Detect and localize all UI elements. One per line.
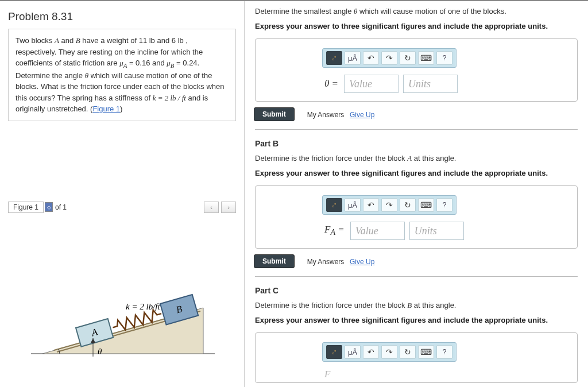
units-input[interactable]: Units [403, 75, 458, 93]
part-a-instruction: Express your answer to three significant… [255, 22, 578, 30]
variable-label: θ = [324, 78, 338, 90]
undo-button[interactable]: ↶ [363, 345, 379, 359]
redo-button[interactable]: ↷ [381, 198, 397, 212]
help-icon: ? [443, 54, 447, 62]
help-button[interactable]: ? [436, 51, 452, 65]
var-b: B [76, 36, 80, 45]
part-c-label: Part C [255, 286, 578, 295]
formatting-toolbar: ▫▫ μÅ ↶ ↷ ↻ ⌨ ? [322, 48, 457, 68]
reset-button[interactable]: ↻ [400, 51, 416, 65]
text: Determine is the friction force under th… [255, 154, 407, 162]
symbols-button[interactable]: μÅ [345, 345, 361, 359]
keyboard-button[interactable]: ⌨ [418, 51, 434, 65]
redo-icon: ↷ [386, 200, 393, 210]
my-answers-link[interactable]: My Answers [307, 111, 345, 119]
redo-button[interactable]: ↷ [381, 345, 397, 359]
text: have a weight of 11 [80, 36, 149, 45]
templates-icon: ▫▫ [332, 201, 336, 210]
value-input[interactable]: Value [344, 75, 399, 93]
figure-stepper[interactable]: ◇ [45, 202, 53, 212]
submit-button[interactable]: Submit [254, 254, 295, 268]
problem-statement: Two blocks A and B have a weight of 11 l… [8, 29, 236, 121]
figure-count: of 1 [55, 203, 67, 211]
redo-icon: ↷ [386, 53, 393, 63]
give-up-link[interactable]: Give Up [350, 111, 374, 119]
keyboard-button[interactable]: ⌨ [418, 345, 434, 359]
undo-button[interactable]: ↶ [363, 51, 379, 65]
keyboard-icon: ⌨ [420, 200, 432, 210]
undo-icon: ↶ [368, 347, 374, 357]
part-b-answer-box: ▫▫ μÅ ↶ ↷ ↻ ⌨ ? FA = Value Units [255, 185, 578, 249]
next-figure-button[interactable]: › [221, 202, 236, 213]
variable-label: FA = [324, 224, 345, 237]
var-a: A [55, 36, 59, 45]
reset-button[interactable]: ↻ [400, 345, 416, 359]
part-c-instruction: Express your answer to three significant… [255, 316, 578, 324]
part-a-question: Determine the smallest angle θ which wil… [255, 7, 578, 16]
symbols-button[interactable]: μÅ [345, 51, 361, 65]
part-c-answer-box: ▫▫ μÅ ↶ ↷ ↻ ⌨ ? F [255, 332, 578, 383]
templates-icon: ▫▫ [332, 54, 336, 63]
text: and [59, 36, 76, 45]
keyboard-icon: ⌨ [420, 53, 432, 63]
submit-row: Submit My Answers Give Up [254, 107, 578, 121]
right-panel: Determine the smallest angle θ which wil… [244, 1, 588, 387]
keyboard-button[interactable]: ⌨ [418, 198, 434, 212]
divider [255, 276, 578, 277]
keyboard-icon: ⌨ [420, 347, 432, 357]
reset-button[interactable]: ↻ [400, 198, 416, 212]
reset-icon: ↻ [404, 347, 411, 357]
text: = 0.16 and [127, 59, 167, 67]
figure-pager: ‹ › [204, 202, 236, 213]
help-button[interactable]: ? [436, 198, 452, 212]
give-up-link[interactable]: Give Up [350, 258, 374, 266]
text: which will cause motion of one of the bl… [357, 7, 506, 16]
spring-label: k = 2 lb/ft [126, 302, 161, 311]
symbols-button[interactable]: μÅ [345, 198, 361, 212]
figure-link[interactable]: Figure 1 [92, 105, 120, 113]
input-row: θ = Value Units [324, 75, 567, 93]
templates-button[interactable]: ▫▫ [326, 51, 342, 65]
help-icon: ? [443, 348, 447, 356]
value-input[interactable]: Value [350, 222, 405, 240]
undo-button[interactable]: ↶ [363, 198, 379, 212]
divider [255, 129, 578, 130]
k-expr: k = 2 lb / ft [153, 94, 186, 102]
text: Two blocks [16, 36, 55, 45]
prev-figure-button[interactable]: ‹ [204, 202, 219, 213]
var-b: B [407, 301, 412, 309]
problem-title: Problem 8.31 [8, 7, 236, 29]
part-a-answer-box: ▫▫ μÅ ↶ ↷ ↻ ⌨ ? θ = Value Units [255, 38, 578, 102]
formatting-toolbar: ▫▫ μÅ ↶ ↷ ↻ ⌨ ? [322, 195, 457, 215]
part-b-instruction: Express your answer to three significant… [255, 169, 578, 177]
input-row: FA = Value Units [324, 222, 567, 240]
help-icon: ? [443, 201, 447, 209]
redo-button[interactable]: ↷ [381, 51, 397, 65]
part-b-label: Part B [255, 139, 578, 148]
text: at this angle. [412, 301, 456, 309]
part-b-question: Determine is the friction force under th… [255, 154, 578, 163]
templates-button[interactable]: ▫▫ [326, 198, 342, 212]
text: ) [120, 105, 122, 113]
templates-button[interactable]: ▫▫ [326, 345, 342, 359]
text: Determine is the friction force under th… [255, 301, 407, 309]
text: Determine the smallest angle [255, 7, 354, 16]
undo-icon: ↶ [368, 53, 374, 63]
my-answers-link[interactable]: My Answers [307, 258, 345, 266]
unit: lb [178, 36, 184, 45]
variable-label: F [324, 369, 330, 380]
help-button[interactable]: ? [436, 345, 452, 359]
reset-icon: ↻ [404, 200, 411, 210]
submit-button[interactable]: Submit [254, 107, 295, 121]
templates-icon: ▫▫ [332, 348, 336, 357]
submit-row: Submit My Answers Give Up [254, 254, 578, 268]
left-panel: Problem 8.31 Two blocks A and B have a w… [0, 1, 244, 387]
redo-icon: ↷ [386, 347, 393, 357]
undo-icon: ↶ [368, 200, 374, 210]
unit: lb [149, 36, 155, 45]
text: and 6 [155, 36, 178, 45]
text: at this angle. [412, 154, 456, 162]
figure-diagram: A k = 2 lb/ft B θ [8, 247, 236, 376]
units-input[interactable]: Units [409, 222, 464, 240]
formatting-toolbar: ▫▫ μÅ ↶ ↷ ↻ ⌨ ? [322, 342, 457, 362]
